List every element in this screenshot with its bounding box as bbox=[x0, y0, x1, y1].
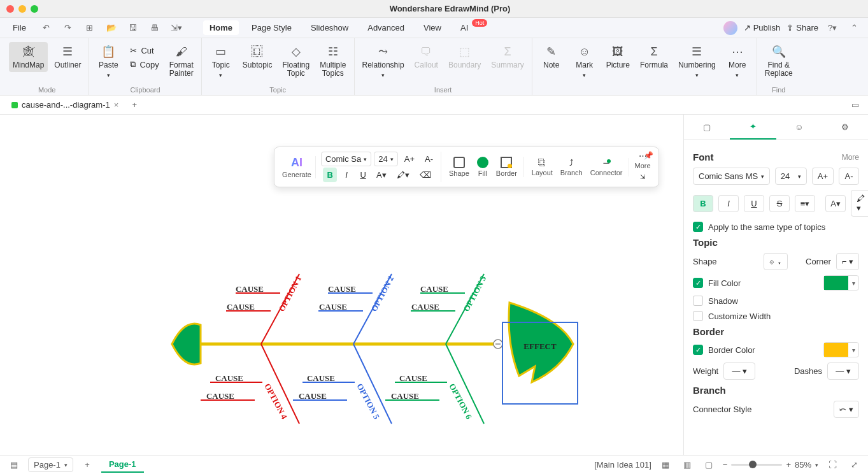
relationship-button[interactable]: ⤳Relationship▾ bbox=[359, 42, 408, 81]
formula-button[interactable]: ΣFormula bbox=[636, 42, 672, 72]
panel-toggle-icon[interactable]: ▭ bbox=[848, 97, 863, 113]
connector-style-dropdown[interactable]: ⤺ ▾ bbox=[834, 401, 859, 418]
font-size-dropdown[interactable]: 24▾ bbox=[775, 168, 807, 185]
italic-button[interactable]: I bbox=[339, 168, 353, 182]
decrease-font-chip[interactable]: A- bbox=[839, 168, 859, 185]
customize-width-checkbox[interactable] bbox=[693, 311, 703, 321]
help-icon[interactable]: ?▾ bbox=[825, 20, 840, 36]
font-more-link[interactable]: More bbox=[842, 153, 859, 162]
weight-dropdown[interactable]: — ▾ bbox=[723, 363, 755, 380]
highlight-chip[interactable]: 🖍▾ bbox=[851, 190, 868, 217]
save-icon[interactable]: 🖫 bbox=[125, 20, 141, 36]
fit-page-icon[interactable]: ⛶ bbox=[825, 457, 840, 473]
pin-icon[interactable]: 📌 bbox=[644, 151, 653, 160]
font-size-select[interactable]: 24▾ bbox=[374, 152, 397, 166]
expand-float-icon[interactable]: ⇲ bbox=[636, 171, 650, 183]
mark-button[interactable]: ☺Mark▾ bbox=[569, 42, 600, 81]
view-mode-2-icon[interactable]: ▥ bbox=[679, 457, 695, 473]
numbering-button[interactable]: ☰Numbering▾ bbox=[674, 42, 720, 81]
window-min-icon[interactable] bbox=[18, 5, 26, 13]
undo-icon[interactable]: ↶ bbox=[39, 20, 54, 36]
corner-dropdown[interactable]: ⌐ ▾ bbox=[836, 253, 859, 270]
share-button[interactable]: ⇪Share bbox=[786, 23, 818, 32]
rpanel-tab-icon[interactable]: ☺ bbox=[776, 115, 822, 140]
increase-font-chip[interactable]: A+ bbox=[812, 168, 834, 185]
collapse-ribbon-icon[interactable]: ⌃ bbox=[846, 20, 862, 36]
font-color-button[interactable]: A▾ bbox=[373, 168, 390, 182]
increase-font-button[interactable]: A+ bbox=[401, 152, 418, 166]
zoom-out-button[interactable]: − bbox=[723, 460, 728, 470]
branch-button[interactable]: Branch bbox=[560, 169, 583, 176]
strike-chip[interactable]: S bbox=[769, 195, 790, 212]
topic-button[interactable]: ▭Topic▾ bbox=[206, 42, 236, 81]
menu-view[interactable]: View bbox=[417, 20, 448, 35]
more-button[interactable]: ⋯More▾ bbox=[722, 42, 753, 81]
find-replace-button[interactable]: 🔍Find & Replace bbox=[761, 42, 797, 80]
view-mode-1-icon[interactable]: ▦ bbox=[658, 457, 673, 473]
page-list-icon[interactable]: ▤ bbox=[6, 457, 22, 473]
bold-chip[interactable]: B bbox=[693, 195, 713, 212]
open-icon[interactable]: 📂 bbox=[104, 20, 119, 36]
view-mode-3-icon[interactable]: ▢ bbox=[701, 457, 716, 473]
menu-page-style[interactable]: Page Style bbox=[245, 20, 298, 35]
zoom-slider[interactable] bbox=[731, 464, 782, 466]
cut-button[interactable]: ✂Cut bbox=[126, 45, 162, 57]
layout-button[interactable]: Layout bbox=[532, 169, 553, 176]
shadow-checkbox[interactable] bbox=[693, 296, 703, 306]
multiple-topics-button[interactable]: ☷Multiple Topics bbox=[316, 42, 350, 80]
menu-slideshow[interactable]: Slideshow bbox=[304, 20, 355, 35]
menu-advanced[interactable]: Advanced bbox=[361, 20, 411, 35]
more-float-button[interactable]: More bbox=[634, 162, 650, 169]
outliner-mode-button[interactable]: ☰Outliner bbox=[50, 42, 85, 72]
mindmap-mode-button[interactable]: 🕸MindMap bbox=[9, 42, 48, 72]
window-close-icon[interactable] bbox=[6, 5, 14, 13]
shape-dropdown[interactable]: ⟐ ▾ bbox=[764, 253, 788, 270]
fullscreen-icon[interactable]: ⤢ bbox=[846, 457, 862, 473]
zoom-in-button[interactable]: + bbox=[786, 460, 791, 470]
add-tab-button[interactable]: + bbox=[127, 98, 141, 112]
publish-button[interactable]: ↗Publish bbox=[744, 23, 781, 32]
font-family-dropdown[interactable]: Comic Sans MS▾ bbox=[693, 168, 770, 185]
ai-generate-button[interactable]: Generate bbox=[282, 171, 311, 178]
border-color-swatch[interactable]: ▾ bbox=[823, 342, 859, 357]
apply-same-type-checkbox[interactable]: ✓ bbox=[693, 222, 703, 232]
floating-topic-button[interactable]: ◇Floating Topic bbox=[278, 42, 313, 80]
fill-color-swatch[interactable]: ▾ bbox=[823, 275, 859, 291]
bold-button[interactable]: B bbox=[323, 168, 337, 182]
export-icon[interactable]: ⇲▾ bbox=[169, 20, 184, 36]
file-tab[interactable]: cause-and-...-diagram-1 × bbox=[5, 97, 125, 112]
border-color-checkbox[interactable]: ✓ bbox=[693, 345, 703, 355]
underline-chip[interactable]: U bbox=[744, 195, 764, 212]
page-select[interactable]: Page-1▾ bbox=[28, 457, 73, 472]
italic-chip[interactable]: I bbox=[718, 195, 739, 212]
decrease-font-button[interactable]: A- bbox=[421, 152, 437, 166]
highlight-button[interactable]: 🖍▾ bbox=[393, 168, 413, 182]
font-color-chip[interactable]: A▾ bbox=[825, 195, 846, 212]
dashes-dropdown[interactable]: — ▾ bbox=[827, 363, 859, 380]
note-button[interactable]: ✎Note bbox=[536, 42, 567, 72]
subtopic-button[interactable]: ⿴Subtopic bbox=[239, 42, 276, 72]
add-page-button[interactable]: + bbox=[80, 457, 95, 473]
connector-button[interactable]: Connector bbox=[590, 169, 623, 176]
paste-button[interactable]: 📋Paste▾ bbox=[93, 42, 124, 81]
zoom-dropdown-icon[interactable]: ▾ bbox=[815, 462, 818, 468]
fill-button[interactable]: Fill bbox=[478, 169, 487, 177]
page-tab[interactable]: Page-1 bbox=[101, 457, 144, 473]
print-icon[interactable]: 🖶 bbox=[147, 20, 162, 36]
new-icon[interactable]: ⊞ bbox=[82, 20, 97, 36]
file-menu[interactable]: File bbox=[6, 20, 32, 35]
redo-icon[interactable]: ↷ bbox=[60, 20, 76, 36]
rpanel-tab-settings[interactable]: ⚙ bbox=[822, 115, 868, 140]
format-painter-button[interactable]: 🖌Format Painter bbox=[166, 42, 197, 80]
underline-button[interactable]: U bbox=[356, 168, 370, 182]
align-chip[interactable]: ≡▾ bbox=[795, 195, 815, 212]
menu-home[interactable]: Home bbox=[203, 20, 239, 35]
font-family-select[interactable]: Comic Sa▾ bbox=[321, 152, 371, 166]
canvas[interactable]: 📌 AI Generate Comic Sa▾ 24▾ A+ A- B I U … bbox=[0, 115, 683, 455]
shape-button[interactable]: Shape bbox=[449, 169, 469, 177]
copy-button[interactable]: ⧉Copy bbox=[126, 58, 162, 71]
clear-format-button[interactable]: ⌫ bbox=[416, 168, 435, 182]
fill-color-checkbox[interactable]: ✓ bbox=[693, 278, 703, 288]
window-max-icon[interactable] bbox=[31, 5, 38, 13]
rpanel-tab-page[interactable]: ▢ bbox=[684, 115, 730, 140]
